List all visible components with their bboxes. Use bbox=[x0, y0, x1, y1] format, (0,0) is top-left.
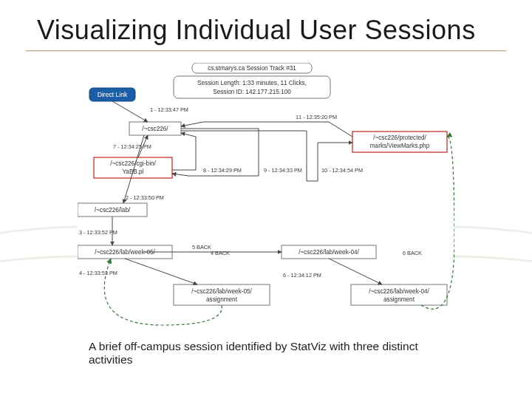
edge-2-label: 2 - 12:33:50 PM bbox=[126, 194, 164, 201]
page-title: Visualizing Individual User Sessions bbox=[37, 15, 502, 46]
edge-5-label: 5 BACK bbox=[192, 244, 211, 250]
node-week04-label: /~csc226/lab/week-04/ bbox=[299, 249, 359, 256]
slide: Visualizing Individual User Sessions cs.… bbox=[0, 0, 532, 399]
session-info-line1: Session Length: 1:33 minutes, 11 Clicks, bbox=[197, 80, 307, 86]
node-cgi-l1: /~csc226/cgi-bin/ bbox=[110, 160, 156, 167]
session-info-line2: Session ID: 142.177.215.100 bbox=[213, 89, 291, 95]
edge-back4-label: 4 BACK bbox=[211, 250, 230, 256]
node-prot-l2: marks/ViewMarks.php bbox=[370, 143, 430, 149]
edge-8 bbox=[172, 133, 196, 170]
edge-1-label: 1 - 12:33:47 PM bbox=[150, 106, 188, 113]
node-prot-l1: /~csc226/protected/ bbox=[373, 134, 426, 141]
caption: A brief off-campus session identified by… bbox=[89, 340, 443, 366]
edge-9-label: 9 - 12:34:33 PM bbox=[264, 167, 302, 174]
edge-3-label: 3 - 12:33:52 PM bbox=[79, 229, 117, 236]
edge-8-label: 8 - 12:34:29 PM bbox=[203, 167, 242, 174]
node-week05a-l2: assignment bbox=[206, 296, 238, 303]
edge-6 bbox=[329, 259, 382, 284]
edge-back6-label: 6 BACK bbox=[403, 250, 422, 256]
edge-11 bbox=[181, 122, 352, 137]
edge-7-label: 7 - 12:34:25 PM bbox=[113, 143, 151, 150]
node-lab-label: /~csc226/lab/ bbox=[95, 207, 131, 214]
node-week05a-l1: /~csc226/lab/week-05/ bbox=[191, 288, 252, 295]
edge-1 bbox=[112, 101, 148, 122]
header-strip-text: cs.stmarys.ca Session Track #31 bbox=[208, 65, 296, 72]
edge-4 bbox=[125, 259, 197, 284]
edge-4-label: 4 - 12:33:53 PM bbox=[79, 270, 117, 276]
edge-10-label: 10 - 12:34:54 PM bbox=[321, 167, 363, 174]
start-node-label: Direct Link bbox=[98, 91, 128, 98]
node-week04a-l1: /~csc226/lab/week-04/ bbox=[369, 288, 429, 295]
title-underline bbox=[26, 50, 506, 51]
node-root-label: /~csc226/ bbox=[142, 126, 168, 132]
session-diagram: cs.stmarys.ca Session Track #31 Session … bbox=[78, 63, 454, 330]
edge-11-label: 11 - 12:35:20 PM bbox=[296, 114, 337, 120]
edge-6-label: 6 - 12:34:12 PM bbox=[283, 272, 321, 279]
edge-back6 bbox=[421, 137, 454, 309]
node-week04a-l2: assignment bbox=[383, 296, 415, 303]
